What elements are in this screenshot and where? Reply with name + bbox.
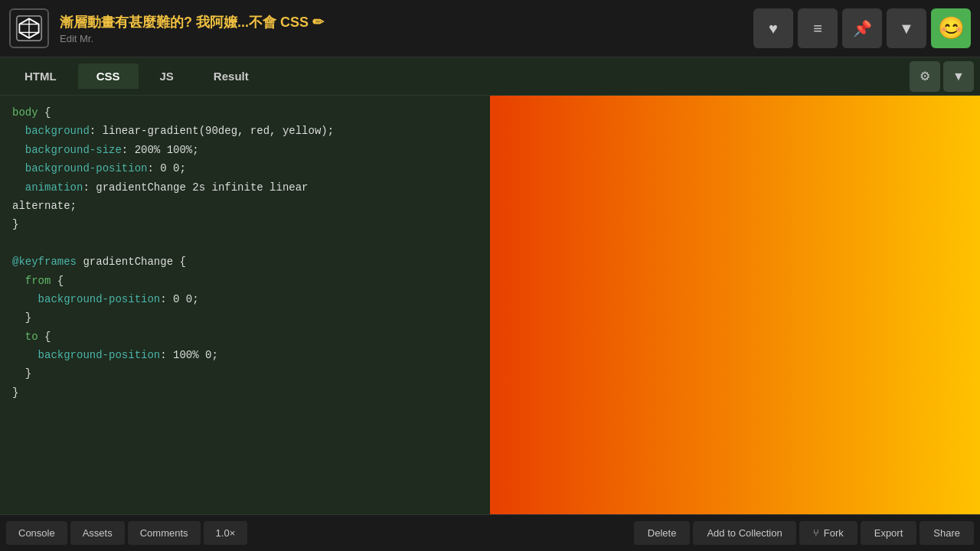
export-label: Export [874,527,903,539]
main-content: body { background: linear-gradient(90deg… [0,96,980,514]
fork-icon: ⑂ [813,527,819,539]
delete-button[interactable]: Delete [634,521,691,545]
heart-button[interactable]: ♥ [753,8,793,48]
share-label: Share [933,527,960,539]
tab-html[interactable]: HTML [6,64,75,89]
code-line-12: } [0,308,490,327]
tab-bar: HTML CSS JS Result ⚙ ▼ [0,57,980,96]
avatar-icon: 😊 [938,15,965,41]
title-area: 漸層動畫有甚麼難的? 我阿嬤...不會 CSS ✏ Edit Mr. [60,13,753,44]
code-line-7: } [0,215,490,233]
fork-label: Fork [824,527,844,539]
code-line-3: background-size: 200% 100%; [0,141,490,159]
code-line-8 [0,234,490,253]
share-button[interactable]: Share [920,521,974,545]
add-to-collection-label: Add to Collection [707,527,782,539]
code-line-4: background-position: 0 0; [0,159,490,178]
add-to-collection-button[interactable]: Add to Collection [693,521,795,545]
code-line-9: @keyframes gradientChange { [0,253,490,271]
bottom-bar: Console Assets Comments 1.0× Delete Add … [0,514,980,551]
heart-icon: ♥ [769,20,778,37]
code-panel[interactable]: body { background: linear-gradient(90deg… [0,96,490,514]
fork-button[interactable]: ⑂ Fork [799,521,858,545]
code-line-2: background: linear-gradient(90deg, red, … [0,122,490,140]
tab-result[interactable]: Result [195,64,267,89]
code-line-5: animation: gradientChange 2s infinite li… [0,178,490,197]
collapse-button[interactable]: ▼ [943,61,974,92]
zoom-button[interactable]: 1.0× [204,521,248,545]
pin-icon: 📌 [853,19,872,37]
header: 漸層動畫有甚麼難的? 我阿嬤...不會 CSS ✏ Edit Mr. ♥ ≡ 📌… [0,0,980,57]
gear-icon: ⚙ [920,69,930,83]
header-actions: ♥ ≡ 📌 ▼ 😊 [753,8,971,48]
code-line-14: background-position: 100% 0; [0,346,490,364]
pin-button[interactable]: 📌 [842,8,882,48]
logo[interactable] [9,8,49,48]
delete-label: Delete [648,527,677,539]
code-line-6: alternate; [0,197,490,215]
list-icon: ≡ [813,20,822,37]
edit-subtitle: Edit Mr. [60,33,753,44]
chevron-down-icon: ▼ [899,20,914,37]
settings-button[interactable]: ⚙ [910,61,940,92]
tab-js[interactable]: JS [142,64,192,89]
chevron-down-icon: ▼ [952,70,965,83]
code-line-13: to { [0,328,490,346]
tab-css[interactable]: CSS [78,64,139,89]
title-text: 漸層動畫有甚麼難的? 我阿嬤...不會 CSS ✏ [60,13,324,31]
code-line-16: } [0,383,490,402]
code-line-10: from { [0,272,490,290]
export-button[interactable]: Export [861,521,917,545]
console-button[interactable]: Console [6,521,67,545]
dropdown-button[interactable]: ▼ [887,8,926,48]
assets-button[interactable]: Assets [70,521,125,545]
code-line-11: background-position: 0 0; [0,290,490,308]
comments-button[interactable]: Comments [128,521,201,545]
avatar-button[interactable]: 😊 [931,8,971,48]
list-button[interactable]: ≡ [798,8,838,48]
main-title: 漸層動畫有甚麼難的? 我阿嬤...不會 CSS ✏ [60,13,753,31]
preview-panel [490,96,980,514]
code-line-15: } [0,364,490,383]
code-line-1: body { [0,103,490,122]
